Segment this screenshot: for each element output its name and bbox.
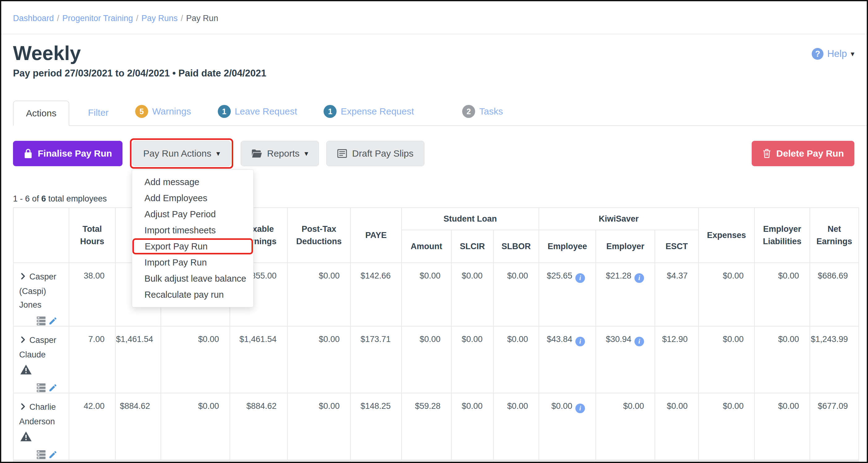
cell-taxable-earnings: $1,461.54	[230, 326, 287, 393]
folder-icon	[251, 149, 262, 158]
lock-icon	[24, 148, 33, 159]
page-title: Weekly	[13, 42, 266, 64]
cell-value: $0.00	[723, 271, 744, 281]
menu-item-import-timesheets[interactable]: Import timesheets	[132, 222, 253, 238]
cell-post-tax-deductions: $0.00	[287, 461, 350, 463]
cell-paye: $173.71	[350, 326, 402, 393]
reports-button[interactable]: Reports ▾	[241, 141, 319, 166]
help-menu[interactable]: ? Help ▾	[812, 48, 855, 60]
row-action-icons	[19, 383, 64, 393]
column-header-employer-liabilities: Employer Liabilities	[754, 208, 810, 263]
info-icon[interactable]: i	[634, 273, 644, 283]
cell-amount: $59.28	[402, 393, 451, 461]
employee-name-cell: Charlie Anderson	[13, 393, 69, 461]
tab-badge-leave-request: 1	[218, 105, 231, 118]
edit-pencil-icon[interactable]	[48, 450, 58, 459]
tab-warnings[interactable]: 5Warnings	[127, 98, 199, 125]
cell-value: $43.84	[547, 335, 572, 344]
column-header-expenses: Expenses	[699, 208, 754, 263]
menu-item-add-message[interactable]: Add message	[132, 174, 253, 190]
info-icon[interactable]: i	[576, 404, 585, 413]
cell-employer-liabilities: $0.00	[754, 263, 810, 326]
cell-col3: $0.00	[161, 393, 230, 461]
cell-slbor: $0.00	[493, 263, 539, 326]
pay-slip-list-icon	[337, 149, 347, 158]
finalise-pay-run-button[interactable]: Finalise Pay Run	[13, 141, 123, 166]
cell-value: $884.62	[246, 401, 277, 411]
cell-value: $686.69	[817, 271, 848, 281]
cell-employee: $0.00i	[539, 461, 596, 463]
chevron-down-icon: ▾	[851, 50, 855, 58]
column-header-employee	[13, 208, 69, 263]
edit-pencil-icon[interactable]	[48, 383, 58, 393]
cell-employee: $25.65i	[539, 263, 596, 326]
info-icon[interactable]: i	[634, 337, 644, 346]
cell-value: $30.94	[606, 335, 631, 344]
cell-employer-liabilities: $0.00	[754, 393, 810, 461]
cell-paye: $208.54	[350, 461, 402, 463]
cell-col2: $1,092.00	[115, 461, 161, 463]
cell-slbor: $0.00	[493, 461, 539, 463]
tab-tasks[interactable]: 2Tasks	[454, 98, 511, 125]
info-icon[interactable]: i	[576, 337, 585, 346]
group-header-kiwisaver: KiwiSaver	[539, 208, 699, 230]
cell-slbor: $0.00	[493, 326, 539, 393]
cell-slcir: $0.00	[451, 263, 493, 326]
menu-item-add-employees[interactable]: Add Employees	[132, 190, 253, 206]
summary-prefix: 1 - 6 of	[13, 194, 41, 203]
menu-item-export-pay-run[interactable]: Export Pay Run	[132, 238, 253, 254]
cell-expenses: $0.00	[699, 393, 754, 461]
breadcrumb-link-dashboard[interactable]: Dashboard	[13, 13, 54, 23]
payslip-icon[interactable]	[36, 450, 46, 460]
cell-value: $0.00	[319, 401, 340, 411]
column-header-net-earnings: Net Earnings	[810, 208, 859, 263]
cell-slcir: $0.00	[451, 461, 493, 463]
menu-item-adjust-pay-period[interactable]: Adjust Pay Period	[132, 206, 253, 222]
draft-pay-slips-button[interactable]: Draft Pay Slips	[327, 141, 424, 166]
tab-filter[interactable]: Filter	[80, 100, 117, 125]
tab-leave-request[interactable]: 1Leave Request	[210, 98, 305, 125]
cell-value: $0.00	[420, 271, 440, 281]
breadcrumb-separator: /	[57, 13, 59, 23]
cell-value: $677.09	[817, 401, 848, 411]
expand-chevron-icon[interactable]	[19, 334, 27, 348]
edit-pencil-icon[interactable]	[48, 316, 58, 326]
cell-value: $0.00	[198, 401, 219, 411]
tab-label: Warnings	[152, 106, 191, 117]
cell-col2: $1,461.54	[115, 326, 161, 393]
menu-item-recalculate-pay-run[interactable]: Recalculate pay run	[132, 287, 253, 303]
payslip-icon[interactable]	[36, 383, 46, 393]
breadcrumb-link-progenitor-training[interactable]: Progenitor Training	[62, 13, 133, 23]
menu-item-import-pay-run[interactable]: Import Pay Run	[132, 254, 253, 270]
cell-col3: $0.00	[161, 461, 230, 463]
cell-net-earnings: $883.46	[810, 461, 859, 463]
cell-esct: $0.00	[655, 393, 699, 461]
cell-employee: $43.84i	[539, 326, 596, 393]
tab-actions[interactable]: Actions	[13, 100, 69, 126]
breadcrumb-link-pay-runs[interactable]: Pay Runs	[142, 13, 178, 23]
cell-value: $0.00	[507, 335, 528, 344]
cell-value: $0.00	[778, 401, 799, 411]
cell-esct: $4.37	[655, 263, 699, 326]
pay-run-actions-button[interactable]: Pay Run Actions ▾	[132, 141, 231, 166]
cell-col3: $0.00	[161, 326, 230, 393]
expand-chevron-icon[interactable]	[19, 271, 27, 284]
expand-chevron-icon[interactable]	[19, 401, 27, 415]
payslip-icon[interactable]	[36, 316, 46, 326]
pay-period-subtitle: Pay period 27/03/2021 to 2/04/2021 • Pai…	[13, 68, 266, 79]
toolbar: Finalise Pay Run Pay Run Actions ▾ Add m…	[13, 138, 855, 169]
warning-icon	[21, 365, 64, 378]
delete-pay-run-button[interactable]: Delete Pay Run	[752, 141, 855, 166]
cell-post-tax-deductions: $0.00	[287, 263, 350, 326]
menu-item-bulk-adjust-leave-balance[interactable]: Bulk adjust leave balance	[132, 270, 253, 287]
cell-total-hours: 42.00	[69, 461, 115, 463]
cell-employer: $0.00	[596, 393, 655, 461]
cell-esct: $12.90	[655, 326, 699, 393]
tab-expense-request[interactable]: 1Expense Request	[315, 98, 422, 125]
info-icon[interactable]: i	[576, 273, 585, 283]
cell-total-hours: 42.00	[69, 393, 115, 461]
finalise-pay-run-label: Finalise Pay Run	[38, 148, 112, 159]
highlight-box: Pay Run Actions ▾	[130, 138, 233, 169]
cell-value: $0.00	[551, 401, 572, 411]
cell-post-tax-deductions: $0.00	[287, 326, 350, 393]
